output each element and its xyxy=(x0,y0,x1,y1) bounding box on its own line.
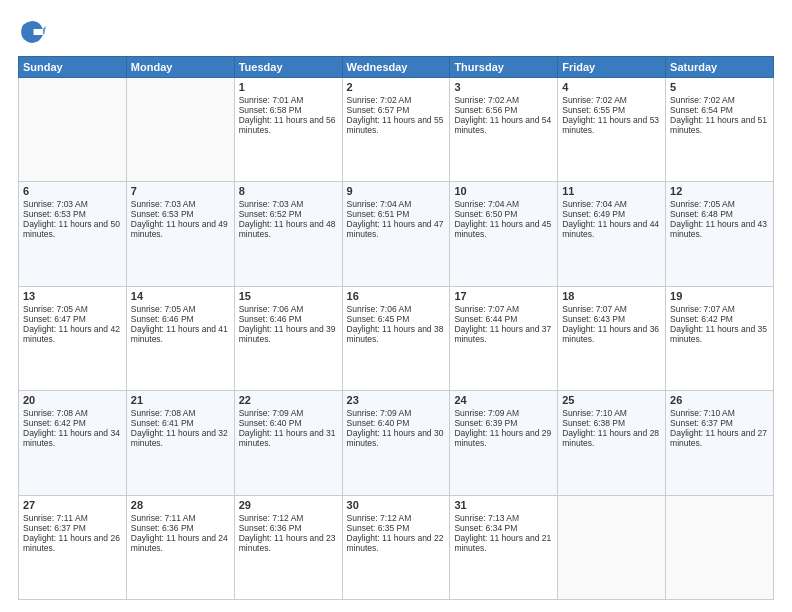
day-number: 9 xyxy=(347,185,446,197)
sunset-text: Sunset: 6:42 PM xyxy=(23,418,86,428)
day-number: 16 xyxy=(347,290,446,302)
day-number: 22 xyxy=(239,394,338,406)
logo xyxy=(18,18,50,46)
day-number: 29 xyxy=(239,499,338,511)
daylight-text: Daylight: 11 hours and 39 minutes. xyxy=(239,324,336,344)
day-number: 27 xyxy=(23,499,122,511)
day-number: 24 xyxy=(454,394,553,406)
sunrise-text: Sunrise: 7:02 AM xyxy=(454,95,519,105)
sunset-text: Sunset: 6:40 PM xyxy=(239,418,302,428)
sunset-text: Sunset: 6:55 PM xyxy=(562,105,625,115)
sunset-text: Sunset: 6:45 PM xyxy=(347,314,410,324)
sunrise-text: Sunrise: 7:02 AM xyxy=(670,95,735,105)
sunrise-text: Sunrise: 7:05 AM xyxy=(131,304,196,314)
sunset-text: Sunset: 6:52 PM xyxy=(239,209,302,219)
daylight-text: Daylight: 11 hours and 35 minutes. xyxy=(670,324,767,344)
sunrise-text: Sunrise: 7:08 AM xyxy=(131,408,196,418)
day-number: 13 xyxy=(23,290,122,302)
day-number: 25 xyxy=(562,394,661,406)
daylight-text: Daylight: 11 hours and 44 minutes. xyxy=(562,219,659,239)
calendar-cell: 2Sunrise: 7:02 AMSunset: 6:57 PMDaylight… xyxy=(342,78,450,182)
sunrise-text: Sunrise: 7:09 AM xyxy=(239,408,304,418)
calendar-cell: 15Sunrise: 7:06 AMSunset: 6:46 PMDayligh… xyxy=(234,286,342,390)
daylight-text: Daylight: 11 hours and 32 minutes. xyxy=(131,428,228,448)
sunset-text: Sunset: 6:56 PM xyxy=(454,105,517,115)
sunset-text: Sunset: 6:46 PM xyxy=(239,314,302,324)
daylight-text: Daylight: 11 hours and 37 minutes. xyxy=(454,324,551,344)
calendar-cell: 11Sunrise: 7:04 AMSunset: 6:49 PMDayligh… xyxy=(558,182,666,286)
daylight-text: Daylight: 11 hours and 55 minutes. xyxy=(347,115,444,135)
week-row-1: 1Sunrise: 7:01 AMSunset: 6:58 PMDaylight… xyxy=(19,78,774,182)
day-number: 6 xyxy=(23,185,122,197)
daylight-text: Daylight: 11 hours and 30 minutes. xyxy=(347,428,444,448)
weekday-header-row: SundayMondayTuesdayWednesdayThursdayFrid… xyxy=(19,57,774,78)
weekday-header-thursday: Thursday xyxy=(450,57,558,78)
calendar-table: SundayMondayTuesdayWednesdayThursdayFrid… xyxy=(18,56,774,600)
day-number: 5 xyxy=(670,81,769,93)
sunset-text: Sunset: 6:44 PM xyxy=(454,314,517,324)
daylight-text: Daylight: 11 hours and 23 minutes. xyxy=(239,533,336,553)
weekday-header-sunday: Sunday xyxy=(19,57,127,78)
sunset-text: Sunset: 6:37 PM xyxy=(670,418,733,428)
calendar-cell: 31Sunrise: 7:13 AMSunset: 6:34 PMDayligh… xyxy=(450,495,558,599)
sunrise-text: Sunrise: 7:08 AM xyxy=(23,408,88,418)
weekday-header-wednesday: Wednesday xyxy=(342,57,450,78)
daylight-text: Daylight: 11 hours and 43 minutes. xyxy=(670,219,767,239)
calendar-cell xyxy=(666,495,774,599)
day-number: 23 xyxy=(347,394,446,406)
sunrise-text: Sunrise: 7:04 AM xyxy=(562,199,627,209)
header xyxy=(18,18,774,46)
calendar-cell: 13Sunrise: 7:05 AMSunset: 6:47 PMDayligh… xyxy=(19,286,127,390)
daylight-text: Daylight: 11 hours and 49 minutes. xyxy=(131,219,228,239)
daylight-text: Daylight: 11 hours and 36 minutes. xyxy=(562,324,659,344)
logo-icon xyxy=(18,18,46,46)
calendar-cell: 17Sunrise: 7:07 AMSunset: 6:44 PMDayligh… xyxy=(450,286,558,390)
day-number: 2 xyxy=(347,81,446,93)
sunset-text: Sunset: 6:40 PM xyxy=(347,418,410,428)
week-row-5: 27Sunrise: 7:11 AMSunset: 6:37 PMDayligh… xyxy=(19,495,774,599)
week-row-3: 13Sunrise: 7:05 AMSunset: 6:47 PMDayligh… xyxy=(19,286,774,390)
day-number: 21 xyxy=(131,394,230,406)
sunset-text: Sunset: 6:36 PM xyxy=(131,523,194,533)
calendar-cell: 6Sunrise: 7:03 AMSunset: 6:53 PMDaylight… xyxy=(19,182,127,286)
sunrise-text: Sunrise: 7:02 AM xyxy=(347,95,412,105)
sunrise-text: Sunrise: 7:03 AM xyxy=(23,199,88,209)
day-number: 30 xyxy=(347,499,446,511)
calendar-cell: 8Sunrise: 7:03 AMSunset: 6:52 PMDaylight… xyxy=(234,182,342,286)
day-number: 14 xyxy=(131,290,230,302)
sunset-text: Sunset: 6:41 PM xyxy=(131,418,194,428)
sunrise-text: Sunrise: 7:12 AM xyxy=(239,513,304,523)
weekday-header-tuesday: Tuesday xyxy=(234,57,342,78)
calendar-cell: 25Sunrise: 7:10 AMSunset: 6:38 PMDayligh… xyxy=(558,391,666,495)
sunrise-text: Sunrise: 7:06 AM xyxy=(347,304,412,314)
calendar-cell: 1Sunrise: 7:01 AMSunset: 6:58 PMDaylight… xyxy=(234,78,342,182)
weekday-header-saturday: Saturday xyxy=(666,57,774,78)
calendar-cell: 10Sunrise: 7:04 AMSunset: 6:50 PMDayligh… xyxy=(450,182,558,286)
daylight-text: Daylight: 11 hours and 26 minutes. xyxy=(23,533,120,553)
day-number: 15 xyxy=(239,290,338,302)
daylight-text: Daylight: 11 hours and 42 minutes. xyxy=(23,324,120,344)
daylight-text: Daylight: 11 hours and 50 minutes. xyxy=(23,219,120,239)
sunrise-text: Sunrise: 7:05 AM xyxy=(670,199,735,209)
sunrise-text: Sunrise: 7:05 AM xyxy=(23,304,88,314)
calendar-cell: 7Sunrise: 7:03 AMSunset: 6:53 PMDaylight… xyxy=(126,182,234,286)
calendar-cell: 30Sunrise: 7:12 AMSunset: 6:35 PMDayligh… xyxy=(342,495,450,599)
day-number: 7 xyxy=(131,185,230,197)
daylight-text: Daylight: 11 hours and 31 minutes. xyxy=(239,428,336,448)
sunset-text: Sunset: 6:47 PM xyxy=(23,314,86,324)
calendar-cell: 4Sunrise: 7:02 AMSunset: 6:55 PMDaylight… xyxy=(558,78,666,182)
day-number: 3 xyxy=(454,81,553,93)
day-number: 28 xyxy=(131,499,230,511)
sunset-text: Sunset: 6:37 PM xyxy=(23,523,86,533)
calendar-cell: 29Sunrise: 7:12 AMSunset: 6:36 PMDayligh… xyxy=(234,495,342,599)
sunrise-text: Sunrise: 7:12 AM xyxy=(347,513,412,523)
day-number: 12 xyxy=(670,185,769,197)
sunrise-text: Sunrise: 7:07 AM xyxy=(670,304,735,314)
calendar-cell xyxy=(19,78,127,182)
sunrise-text: Sunrise: 7:10 AM xyxy=(670,408,735,418)
daylight-text: Daylight: 11 hours and 53 minutes. xyxy=(562,115,659,135)
calendar-cell: 14Sunrise: 7:05 AMSunset: 6:46 PMDayligh… xyxy=(126,286,234,390)
weekday-header-monday: Monday xyxy=(126,57,234,78)
sunrise-text: Sunrise: 7:03 AM xyxy=(131,199,196,209)
calendar-cell: 28Sunrise: 7:11 AMSunset: 6:36 PMDayligh… xyxy=(126,495,234,599)
